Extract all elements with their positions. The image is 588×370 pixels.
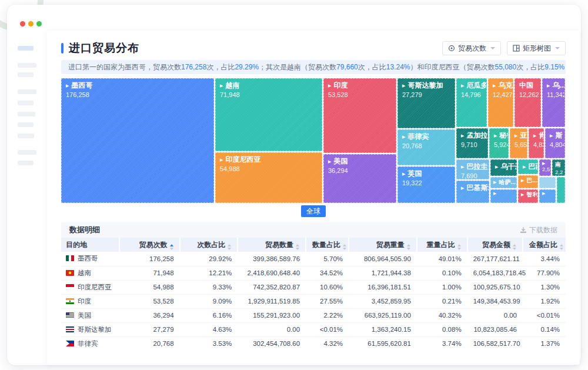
treemap-cell-value: 53,528 [328, 91, 392, 98]
treemap-cell[interactable]: ▶乌干达 [490, 159, 517, 176]
sidebar-item[interactable] [18, 112, 35, 116]
value-cell-6: 106,582,517.70 [467, 336, 523, 351]
column-header-7[interactable]: 贸易金额 [467, 238, 523, 252]
value-cell-3: 4.32% [306, 336, 349, 351]
column-header-label: 贸易次数 [139, 241, 168, 249]
treemap-cell[interactable]: ▶2,5 [539, 159, 551, 176]
treemap-cell[interactable]: 中国12,262 [514, 78, 541, 127]
treemap-cell[interactable]: ▶厄瓜多尔14,796 [456, 78, 487, 127]
breadcrumb-global-button[interactable]: 全球 [301, 205, 326, 217]
sidebar-item[interactable] [18, 72, 34, 77]
sort-icon[interactable] [407, 244, 410, 250]
sort-icon[interactable] [343, 244, 346, 250]
metric-dropdown[interactable]: 贸易次数 [442, 41, 501, 55]
sort-icon[interactable] [457, 244, 461, 250]
treemap-cell[interactable]: ▶菲律宾20,768 [397, 129, 455, 165]
treemap-cell-value: 4,836 [533, 141, 539, 148]
table-row[interactable]: 印度尼西亚54,9889.33%742,352,820.8710.60%16,3… [61, 280, 566, 294]
sort-up-caret [560, 244, 563, 246]
treemap-cell[interactable] [539, 177, 556, 188]
treemap-cell-labelline: ▶乌... [547, 82, 560, 90]
drilldown-arrow-icon: ▶ [523, 165, 526, 169]
treemap-cell[interactable]: ▶墨西哥176,258 [61, 78, 214, 203]
treemap-cell-label: 印度 [333, 82, 348, 90]
treemap-icon [513, 45, 520, 52]
column-header-8[interactable]: 金额占比 [523, 238, 566, 252]
treemap-cell-label: 乌克兰 [498, 82, 513, 90]
treemap-cell-labelline: ▶墨西哥 [66, 82, 209, 90]
treemap-cell[interactable]: ▶哥斯达黎加27,279 [397, 78, 455, 128]
treemap-cell[interactable]: ▶乌克兰12,427 [488, 78, 513, 127]
destination-cell: 美国 [61, 308, 119, 322]
treemap-cell[interactable]: ▶亚5,650 [510, 128, 527, 158]
treemap-cell-label: 印度尼西亚 [225, 156, 260, 164]
destination-label: 印度 [78, 298, 91, 305]
data-detail-section: 数据明细 下载数据 目的地贸易次数次数占比贸易数量数量占比贸易重量重量占比贸易金… [61, 222, 566, 351]
column-header-1[interactable]: 贸易次数 [119, 238, 180, 252]
download-data-link[interactable]: 下载数据 [520, 225, 557, 235]
sort-up-caret [228, 244, 231, 246]
column-header-4[interactable]: 数量占比 [306, 238, 349, 252]
sidebar-item[interactable] [18, 134, 34, 138]
sort-icon[interactable] [296, 244, 299, 250]
treemap-cell[interactable]: ▶英国19,322 [397, 166, 455, 203]
treemap-cell[interactable] [557, 177, 565, 203]
treemap-cell[interactable]: ▶秘鲁5,924 [489, 128, 509, 158]
table-row[interactable]: 印度53,5289.09%1,929,911,519.8527.55%3,452… [61, 294, 566, 308]
treemap-cell[interactable]: ▶智利 [518, 189, 538, 203]
treemap-cell-labelline: ▶越南 [220, 82, 318, 90]
column-header-5[interactable]: 贸易重量 [349, 238, 417, 252]
sort-down-caret [170, 248, 173, 250]
treemap-cell-label: 巴拉圭 [466, 163, 487, 171]
treemap-cell[interactable]: ▶印度53,528 [323, 78, 396, 153]
treemap-cell[interactable]: ▶巴基斯坦 [456, 181, 489, 203]
column-header-6[interactable]: 重量占比 [417, 238, 467, 252]
treemap-cell[interactable]: ▶乌...11,342 [542, 78, 565, 127]
sort-up-caret [170, 244, 173, 246]
treemap-cell[interactable]: ▶哈萨... [490, 177, 517, 188]
treemap-cell[interactable]: 南2,2 [552, 159, 565, 176]
value-cell-7: 77.90% [523, 266, 566, 280]
treemap-cell-labelline: ▶巴西 [523, 163, 533, 171]
column-header-2[interactable]: 次数占比 [180, 238, 238, 252]
sidebar-item[interactable] [18, 150, 36, 155]
value-cell-4: 1,721,944.38 [349, 266, 417, 280]
value-cell-0: 36,294 [119, 308, 180, 322]
treemap-cell[interactable]: ▶ [490, 189, 517, 203]
treemap-cell[interactable]: ▶印度尼西亚54,988 [215, 152, 322, 203]
table-row[interactable]: 越南71,94812.21%2,418,690,648.4034.52%1,72… [61, 266, 566, 280]
sidebar-item[interactable] [18, 89, 36, 94]
treemap-cell[interactable]: ▶ [539, 189, 556, 203]
table-row[interactable]: 墨西哥176,25829.92%399,386,589.765.70%806,9… [61, 252, 566, 266]
sort-icon[interactable] [228, 244, 231, 250]
treemap-cell[interactable]: ▶越南71,948 [215, 78, 322, 151]
table-row[interactable]: 菲律宾20,7683.53%302,454,708.604.32%61,595,… [61, 336, 566, 351]
sidebar-item[interactable] [18, 161, 34, 165]
sort-icon[interactable] [513, 244, 516, 250]
treemap-cell-label: 亚 [520, 132, 527, 140]
sidebar-item-active[interactable] [18, 46, 34, 51]
treemap-cell-labelline: ▶孟加拉国 [461, 132, 483, 140]
value-cell-5: 0.10% [417, 266, 467, 280]
table-row[interactable]: 哥斯达黎加27,2794.63%0.00<0.01%1,363,240.150.… [61, 322, 566, 336]
sidebar-item[interactable] [18, 101, 34, 105]
column-header-3[interactable]: 贸易数量 [238, 238, 306, 252]
treemap-cell[interactable]: ▶巴西 [518, 159, 538, 174]
sort-icon[interactable] [170, 244, 173, 250]
sidebar-item[interactable] [18, 63, 36, 68]
table-row[interactable]: 美国36,2946.16%155,291,923.002.22%663,925,… [61, 308, 566, 322]
treemap-cell[interactable]: ▶巴... [518, 175, 538, 188]
sidebar-item[interactable] [18, 122, 34, 127]
value-cell-7: 1.30% [523, 280, 566, 294]
sort-icon[interactable] [560, 244, 563, 250]
treemap-cell[interactable]: ▶孟加拉国9,710 [456, 128, 488, 158]
chart-type-dropdown[interactable]: 矩形树图 [507, 41, 566, 55]
column-header-label: 贸易金额 [482, 241, 510, 249]
treemap-cell[interactable]: ▶巴拉圭7,690 [456, 159, 489, 179]
treemap-cell[interactable]: ▶美国36,294 [323, 154, 396, 203]
value-cell-6: 267,177,621.11 [467, 252, 523, 266]
drilldown-arrow-icon: ▶ [542, 191, 545, 195]
treemap-cell[interactable]: ▶斯4,804 [545, 128, 565, 158]
sort-up-caret [457, 244, 461, 246]
treemap-cell[interactable]: ▶肯4,836 [529, 128, 544, 158]
